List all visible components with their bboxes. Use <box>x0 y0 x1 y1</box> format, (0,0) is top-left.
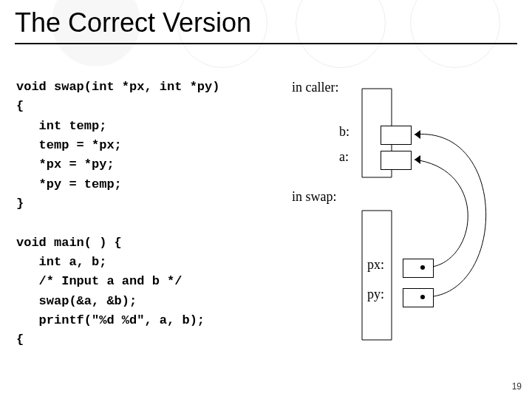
code-line: temp = *px; <box>16 138 122 152</box>
code-line: swap(&a, &b); <box>16 294 137 308</box>
box-b <box>381 126 412 145</box>
label-in-swap: in swap: <box>292 189 337 205</box>
label-a: a: <box>339 149 349 165</box>
code-line: int temp; <box>16 119 106 133</box>
code-line: { <box>16 99 24 113</box>
code-line: *px = *py; <box>16 157 115 171</box>
code-block: void swap(int *px, int *py) { int temp; … <box>16 78 219 350</box>
box-px <box>403 259 434 278</box>
diagram-svg <box>284 81 521 362</box>
box-py <box>403 288 434 307</box>
code-line: printf("%d %d", a, b); <box>16 313 205 327</box>
code-line: *py = temp; <box>16 177 122 191</box>
label-in-caller: in caller: <box>292 80 338 95</box>
slide-number: 19 <box>512 381 522 392</box>
slide-title: The Correct Version <box>15 7 251 38</box>
pointer-dot <box>420 265 425 270</box>
code-line: { <box>16 332 24 347</box>
memory-diagram: in caller: b: a: in swap: px: py: <box>284 81 521 362</box>
code-line: void swap(int *px, int *py) <box>16 80 219 94</box>
code-line: } <box>16 197 24 211</box>
title-container: The Correct Version <box>15 7 517 44</box>
label-py: py: <box>367 287 384 302</box>
label-b: b: <box>339 124 349 140</box>
pointer-dot <box>420 295 425 299</box>
code-line: int a, b; <box>16 255 106 269</box>
code-line: /* Input a and b */ <box>16 274 182 288</box>
label-px: px: <box>367 257 384 273</box>
code-line: void main( ) { <box>16 236 122 250</box>
box-a <box>381 151 412 170</box>
